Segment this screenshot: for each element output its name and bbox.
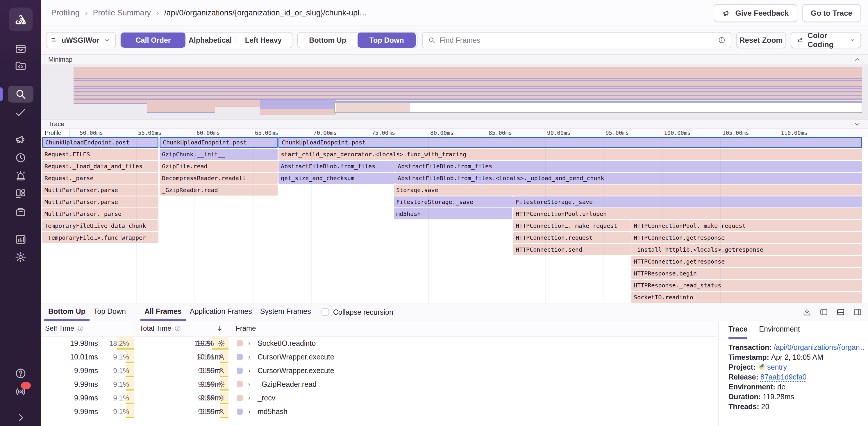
collapse-recursion-toggle[interactable]: Collapse recursion xyxy=(315,303,393,321)
flamegraph-frame[interactable]: HTTPConnection.getresponse xyxy=(631,256,862,267)
frame-column-header[interactable]: Frame xyxy=(236,321,256,336)
question-circle-icon[interactable] xyxy=(174,325,181,332)
flamegraph-frame[interactable]: HTTPConnectionPool._make_request xyxy=(631,220,862,231)
sidebar-item-whats-new[interactable] xyxy=(14,385,27,398)
flamegraph-frame[interactable]: GzipChunk.__init__ xyxy=(160,149,278,160)
tab-application-frames[interactable]: Application Frames xyxy=(186,303,256,321)
reset-zoom-button[interactable]: Reset Zoom xyxy=(736,32,786,48)
expand-chevron-icon[interactable]: › xyxy=(248,391,250,405)
collapse-recursion-checkbox[interactable] xyxy=(321,308,329,316)
expand-chevron-icon[interactable]: › xyxy=(248,350,250,364)
flamegraph-frame[interactable]: HTTPConnection.getresponse xyxy=(631,232,862,243)
breadcrumb-profiling[interactable]: Profiling xyxy=(51,8,80,18)
details-tab-environment[interactable]: Environment xyxy=(759,321,800,339)
sidebar-item-stats[interactable] xyxy=(14,233,27,246)
sidebar-item-projects[interactable] xyxy=(14,59,27,73)
frame-name[interactable]: CursorWrapper.execute xyxy=(257,350,334,364)
sidebar-item-explore-search[interactable] xyxy=(14,88,27,101)
details-field-link[interactable]: 87aab1d9cfa0 xyxy=(761,373,806,381)
frame-name[interactable]: CursorWrapper.execute xyxy=(257,364,334,378)
flamegraph-frame[interactable]: TemporaryFileU…ive_data_chunk xyxy=(42,220,158,231)
thread-selector[interactable]: uWSGIWor… xyxy=(46,32,116,48)
tab-system-frames[interactable]: System Frames xyxy=(256,303,315,321)
flamegraph-frame[interactable]: HTTPConnection.request xyxy=(514,232,631,243)
flamegraph-frame[interactable]: DecompressReader.readall xyxy=(160,173,278,184)
frame-name[interactable]: SocketIO.readinto xyxy=(257,336,316,350)
flamegraph-frame[interactable]: md5hash xyxy=(394,208,512,219)
flamegraph-frame[interactable]: HTTPConnection…._make_request xyxy=(514,220,631,231)
table-row[interactable]: 9.99ms9.1%9.99ms9.1%›CursorWrapper.execu… xyxy=(41,364,718,378)
flamegraph-frame[interactable]: AbstractFileBlob.from_files xyxy=(395,161,862,172)
minimap-canvas[interactable] xyxy=(41,65,868,119)
flamegraph-frame[interactable]: SocketIO.readinto xyxy=(631,292,862,303)
flamegraph-frame[interactable]: FilestoreStorage._save xyxy=(514,196,862,207)
flamegraph-frame[interactable]: ChunkUploadEndpoint.post xyxy=(278,137,862,148)
flamegraph-frame[interactable]: HTTPConnection.send xyxy=(514,244,631,255)
flamegraph-frame[interactable]: ChunkUploadEndpoint.post xyxy=(160,137,278,148)
question-circle-icon[interactable] xyxy=(77,325,84,332)
layout-bottom-panel-icon[interactable] xyxy=(836,307,845,317)
flamegraph-frame[interactable]: _TemporaryFile…>.func_wrapper xyxy=(42,232,158,243)
search-input[interactable] xyxy=(439,36,714,44)
flamegraph-frame[interactable]: MultiPartParser.parse xyxy=(42,196,158,207)
sort-direction-icon[interactable] xyxy=(216,321,224,336)
flamegraph-frame[interactable]: Request._parse xyxy=(42,173,158,184)
flamegraph-frame[interactable]: HTTPResponse.begin xyxy=(631,268,862,279)
tab-all-frames[interactable]: All Frames xyxy=(141,303,186,321)
flamegraph-frame[interactable]: FilestoreStorage._save xyxy=(394,196,513,207)
flamegraph-frame[interactable]: AbstractFileBlob.from_files xyxy=(278,161,395,172)
flamegraph-frame[interactable]: MultiPartParser._parse xyxy=(42,208,158,219)
sidebar-item-traces[interactable] xyxy=(14,106,27,119)
flamegraph-frame[interactable]: Request.FILES xyxy=(42,149,158,160)
color-coding-button[interactable]: Color Coding xyxy=(791,32,861,48)
self-time-column-header[interactable]: Self Time xyxy=(45,321,84,336)
minimap-header[interactable]: Minimap xyxy=(41,54,868,65)
give-feedback-button[interactable]: Give Feedback xyxy=(714,4,797,22)
find-frames-search[interactable] xyxy=(422,32,732,48)
info-icon[interactable] xyxy=(718,36,725,44)
tab-bottom-up[interactable]: Bottom Up xyxy=(44,303,90,321)
sidebar-item-collapse[interactable] xyxy=(14,411,27,424)
sort-option-left-heavy[interactable]: Left Heavy xyxy=(236,33,291,48)
flamegraph-frame[interactable]: ChunkUploadEndpoint.post xyxy=(42,137,158,148)
sidebar-item-help[interactable] xyxy=(14,367,27,380)
layout-left-panel-icon[interactable] xyxy=(819,307,829,317)
sidebar-item-dashboards[interactable] xyxy=(14,187,27,200)
flamegraph-frame[interactable]: Request._load_data_and_files xyxy=(42,161,158,172)
flamegraph-frame[interactable]: _GzipReader.read xyxy=(160,185,278,196)
trace-header[interactable]: Trace xyxy=(41,119,868,129)
expand-chevron-icon[interactable]: › xyxy=(248,405,250,419)
table-row[interactable]: 10.01ms9.1%10.01ms9.1%›CursorWrapper.exe… xyxy=(41,350,718,364)
details-field-link[interactable]: /api/0/organizations/{organ… xyxy=(774,343,864,351)
sidebar-item-issues[interactable] xyxy=(14,42,27,56)
flamegraph-frame[interactable]: HTTPResponse._read_status xyxy=(631,280,862,291)
chevron-up-icon[interactable] xyxy=(854,56,861,63)
flamegraph-frame[interactable]: _install_httplib.<locals>.getresponse xyxy=(631,244,862,255)
table-row[interactable]: 9.99ms9.1%9.99ms9.1%›md5hash xyxy=(41,405,718,419)
sidebar-item-alerts[interactable] xyxy=(14,169,27,183)
download-icon[interactable] xyxy=(802,307,812,317)
table-row[interactable]: 9.99ms9.1%9.99ms9.1%›_recv xyxy=(41,391,718,405)
frame-name[interactable]: md5hash xyxy=(257,405,287,419)
go-to-trace-button[interactable]: Go to Trace xyxy=(802,4,861,22)
table-row[interactable]: 19.98ms18.2%19.98ms18.2%›SocketIO.readin… xyxy=(41,336,718,350)
flamegraph-frame[interactable]: get_size_and_checksum xyxy=(278,173,395,184)
chevron-down-icon[interactable] xyxy=(854,120,861,128)
flamegraph-canvas[interactable]: ChunkUploadEndpoint.postChunkUploadEndpo… xyxy=(41,137,868,303)
expand-chevron-icon[interactable]: › xyxy=(248,336,250,350)
expand-chevron-icon[interactable]: › xyxy=(248,364,250,378)
direction-option-bottom-up[interactable]: Bottom Up xyxy=(298,33,358,48)
sidebar-item-releases[interactable] xyxy=(14,205,27,219)
frame-name[interactable]: _GzipReader.read xyxy=(257,378,316,391)
frame-name[interactable]: _recv xyxy=(257,391,275,405)
total-time-column-header[interactable]: Total Time xyxy=(140,321,181,336)
sort-option-call-order[interactable]: Call Order xyxy=(121,33,185,48)
flamegraph-frame[interactable]: GzipFile.read xyxy=(160,161,278,172)
flamegraph-frame[interactable]: AbstractFileBlob.from_files.<locals>._up… xyxy=(395,173,862,184)
flamegraph-frame[interactable]: MultiPartParser.parse xyxy=(42,185,158,196)
table-row[interactable]: 9.99ms9.1%9.99ms9.1%›_GzipReader.read xyxy=(41,378,718,391)
flamegraph-frame[interactable]: start_child_span_decorator.<locals>.func… xyxy=(278,149,862,160)
direction-option-top-down[interactable]: Top Down xyxy=(358,33,416,48)
breadcrumb-profile-summary[interactable]: Profile Summary xyxy=(93,8,151,18)
details-field-link[interactable]: sentry xyxy=(767,363,787,371)
